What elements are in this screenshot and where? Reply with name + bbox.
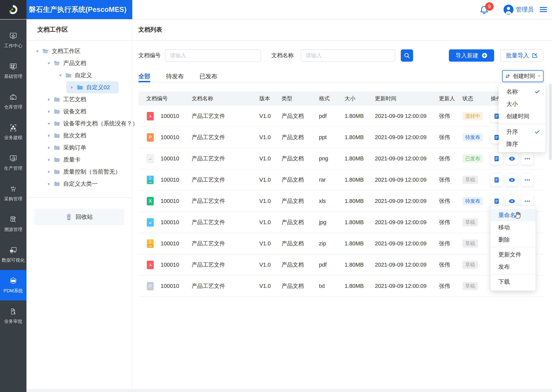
cell-type: 产品文档 (282, 219, 319, 226)
caret-down-icon (58, 73, 63, 77)
document-detail-button[interactable] (491, 153, 502, 165)
tree-node-level3[interactable]: 自定义02 (26, 81, 132, 93)
doc-no-input[interactable] (165, 49, 261, 62)
tree-node-level1[interactable]: 采购订单 (26, 142, 132, 154)
nav-item-trace-mgmt[interactable]: 溯源管理 (0, 209, 26, 239)
nav-item-purchase-mgmt[interactable]: 采购管理 (0, 178, 26, 209)
tab-全部[interactable]: 全部 (138, 70, 150, 82)
sort-field-option[interactable]: 名称 (499, 85, 545, 98)
cell-size: 1.80MB (345, 155, 375, 162)
bizmodel-icon (9, 124, 17, 132)
status-badge: 草稿 (463, 261, 478, 269)
vertical-scrollbar-thumb[interactable] (549, 84, 552, 160)
context-menu-item-移动[interactable]: 移动 (491, 221, 536, 233)
table-row[interactable]: 100010 产品工艺文件 V1.0 产品文档 txt 1.80MB 2021-… (138, 276, 544, 297)
tree-node-level1[interactable]: 工艺文档 (26, 93, 132, 105)
cell-format: jpg (319, 219, 345, 225)
column-header: 文档编号 (138, 95, 192, 102)
tree-node-level0[interactable]: 文档工作区 (26, 45, 132, 57)
tree-node-level1[interactable]: 质量卡 (26, 154, 132, 166)
basemgmt-icon (9, 63, 17, 71)
tree-node-level1[interactable]: 质量控制（当前暂无） (26, 166, 132, 178)
sort-order-option[interactable]: 降序 (499, 138, 545, 150)
plus-circle-icon (481, 52, 488, 59)
more-actions-button[interactable] (521, 153, 533, 165)
table-row[interactable]: P 100010 产品工艺文件 V1.0 产品文档 ppt 1.80MB 202… (138, 127, 544, 148)
nav-item-base-mgmt[interactable]: 基础管理 (0, 56, 26, 86)
nav-item-biz-modeling[interactable]: 业务建模 (0, 117, 26, 147)
search-button[interactable] (401, 49, 413, 62)
import-new-button[interactable]: 导入新建 (449, 49, 494, 62)
main-content: 文档列表 文档编号 文档名称 导入新建 批量导入 全部待 (132, 19, 552, 389)
table-row[interactable]: zip 100010 产品工艺文件 V1.0 产品文档 zip 1.80MB 2… (138, 233, 544, 254)
nav-item-production-mgmt[interactable]: 生产管理 (0, 147, 26, 178)
caret-right-icon (47, 146, 51, 150)
table-row[interactable]: 100010 产品工艺文件 V1.0 产品文档 png 1.80MB 2021-… (138, 148, 544, 169)
sort-order-option[interactable]: 升序 (499, 126, 545, 138)
horizontal-scrollbar[interactable] (26, 389, 552, 392)
tree-node-level1[interactable]: 自定义大类一 (26, 178, 132, 190)
document-detail-button[interactable] (491, 174, 502, 186)
doc-name-input[interactable] (301, 49, 395, 62)
cell-doc-name: 产品工艺文件 (192, 197, 259, 205)
cell-version: V1.0 (259, 113, 282, 119)
tree-node-level1[interactable]: 批次文档 (26, 130, 132, 142)
sort-field-option[interactable]: 大小 (499, 98, 545, 110)
context-menu-item-下载[interactable]: 下载 (491, 276, 536, 288)
sort-button[interactable]: 创建时间 (502, 70, 544, 82)
cell-doc-name: 产品工艺文件 (192, 112, 259, 120)
batch-import-button[interactable]: 批量导入 (500, 49, 544, 62)
nav-item-work-center[interactable]: 工作中心 (0, 25, 26, 56)
cell-status: 待发布 (463, 133, 491, 141)
cell-version: V1.0 (259, 155, 282, 162)
table-row[interactable]: rar 100010 产品工艺文件 V1.0 产品文档 rar 1.80MB 2… (138, 169, 544, 191)
cell-type: 产品文档 (282, 133, 319, 141)
more-actions-button[interactable] (521, 174, 533, 186)
tab-待发布[interactable]: 待发布 (166, 70, 184, 82)
document-table: 文档编号文档名称版本类型格式大小更新时间更新人状态操作 100010 产品工艺文… (138, 91, 544, 297)
cell-size: 1.80MB (345, 283, 375, 289)
png-file-icon (147, 154, 154, 163)
pdf-file-icon (147, 112, 154, 120)
context-menu-item-重命名[interactable]: 重命名 (491, 209, 536, 221)
cell-size: 1.80MB (345, 134, 375, 140)
preview-button[interactable] (506, 174, 518, 186)
table-row[interactable]: X 100010 产品工艺文件 V1.0 产品文档 xls 1.80MB 202… (138, 191, 544, 212)
cell-version: V1.0 (259, 177, 282, 183)
user-name[interactable]: 管理员 (516, 6, 534, 14)
context-menu-item-更新文件[interactable]: 更新文件 (491, 248, 536, 261)
context-menu-item-发布[interactable]: 发布 (491, 261, 536, 273)
cell-doc-no: 100010 (161, 177, 192, 183)
tree-node-level1[interactable]: 设备零件文档（系统没有？） (26, 118, 132, 130)
cell-updated-at: 2021-09-09 12:00:09 (375, 198, 439, 204)
notification-bell[interactable]: 9 (480, 5, 488, 14)
table-row[interactable]: 100010 产品工艺文件 V1.0 产品文档 jpg 1.80MB 2021-… (138, 212, 544, 233)
caret-right-icon (70, 85, 74, 90)
nav-item-warehouse-mgmt[interactable]: 仓库管理 (0, 86, 26, 117)
context-menu-item-删除[interactable]: 删除 (491, 233, 536, 246)
nav-item-pdm-system[interactable]: PDM PDM系统 (0, 270, 26, 301)
more-actions-button[interactable] (521, 195, 533, 207)
cell-type: 产品文档 (282, 155, 319, 162)
cell-doc-no: 100010 (161, 113, 192, 119)
status-badge: 草稿 (463, 239, 478, 248)
table-row[interactable]: 100010 产品工艺文件 V1.0 产品文档 pdf 1.80MB 2021-… (138, 106, 544, 127)
nav-item-biz-approval[interactable]: 业务审批 (0, 301, 26, 331)
table-row[interactable]: 100010 产品工艺文件 V1.0 产品文档 pdf 1.80MB 2021-… (138, 254, 544, 276)
hamburger-menu[interactable] (540, 7, 547, 13)
preview-button[interactable] (506, 153, 518, 165)
app-title: 磐石生产执行系统(PescoMES) (26, 0, 132, 19)
document-detail-button[interactable] (491, 195, 502, 207)
folder-icon (77, 85, 83, 90)
recycle-bin-button[interactable]: 回收站 (34, 209, 124, 225)
column-header: 文档名称 (192, 95, 259, 102)
tree-node-level1[interactable]: 设备文档 (26, 105, 132, 118)
nav-item-data-vis[interactable]: 数据可视化 (0, 239, 26, 270)
cell-size: 1.80MB (345, 198, 375, 204)
tree-node-level2[interactable]: 自定义 (26, 69, 132, 81)
tab-已发布[interactable]: 已发布 (200, 70, 217, 82)
avatar[interactable] (503, 5, 514, 14)
preview-button[interactable] (506, 195, 518, 207)
sort-field-option[interactable]: 创建时间 (499, 110, 545, 122)
tree-node-level1[interactable]: 产品文档 (26, 57, 132, 69)
